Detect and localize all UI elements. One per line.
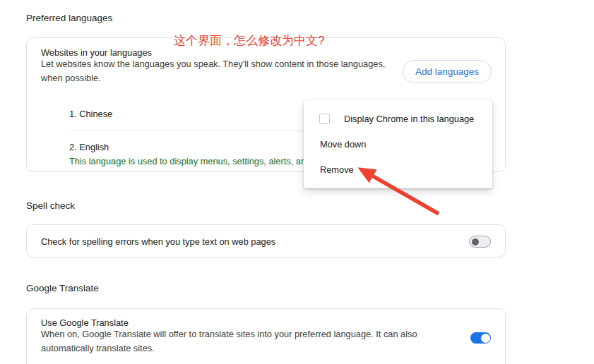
menu-item-move-down[interactable]: Move down	[304, 131, 492, 157]
language-english-note: This language is used to display menus, …	[69, 156, 306, 166]
spell-check-toggle[interactable]	[469, 236, 491, 248]
language-row-chinese[interactable]: 1. Chinese	[69, 109, 112, 119]
spell-check-heading: Spell check	[26, 200, 75, 211]
red-annotation-text: 这个界面，怎么修改为中文?	[174, 32, 324, 49]
menu-item-label: Move down	[320, 139, 366, 150]
language-options-menu: Display Chrome in this language Move dow…	[304, 100, 492, 188]
spell-check-toggle-label: Check for spelling errors when you type …	[41, 236, 275, 247]
menu-item-label: Display Chrome in this language	[344, 114, 474, 124]
add-languages-button[interactable]: Add languages	[403, 60, 492, 83]
google-translate-card: Use Google Translate When on, Google Tra…	[26, 308, 506, 364]
menu-item-label: Remove	[320, 164, 354, 175]
google-translate-heading: Google Translate	[26, 283, 99, 293]
menu-item-display-chrome-language[interactable]: Display Chrome in this language	[304, 106, 492, 131]
settings-languages-page: Preferred languages Websites in your lan…	[0, 0, 594, 364]
toggle-knob	[472, 238, 479, 245]
websites-languages-description: Let websites know the languages you spea…	[41, 57, 408, 85]
websites-languages-heading: Websites in your languages	[41, 47, 152, 58]
toggle-knob	[481, 334, 490, 343]
preferred-languages-heading: Preferred languages	[26, 13, 112, 23]
display-language-checkbox[interactable]	[319, 114, 330, 124]
google-translate-description: When on, Google Translate will offer to …	[41, 327, 436, 356]
use-google-translate-label: Use Google Translate	[41, 317, 129, 328]
google-translate-toggle[interactable]	[470, 332, 491, 344]
menu-item-remove[interactable]: Remove	[304, 157, 492, 182]
spell-check-card: Check for spelling errors when you type …	[26, 224, 506, 257]
language-row-english[interactable]: 2. English	[69, 142, 109, 152]
